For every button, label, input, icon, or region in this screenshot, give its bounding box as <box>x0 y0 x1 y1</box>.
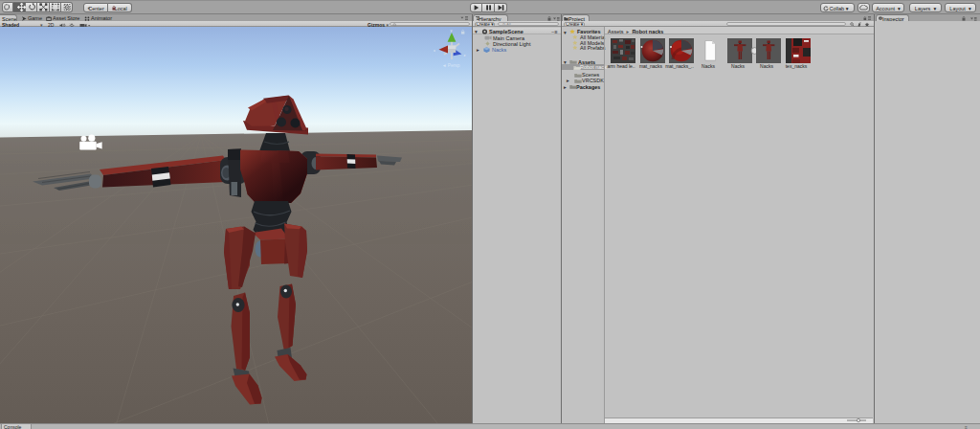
svg-text:y: y <box>451 28 453 33</box>
svg-text:◄ Persp: ◄ Persp <box>442 63 460 68</box>
svg-text:x: x <box>434 48 435 53</box>
svg-text:z: z <box>464 53 466 57</box>
